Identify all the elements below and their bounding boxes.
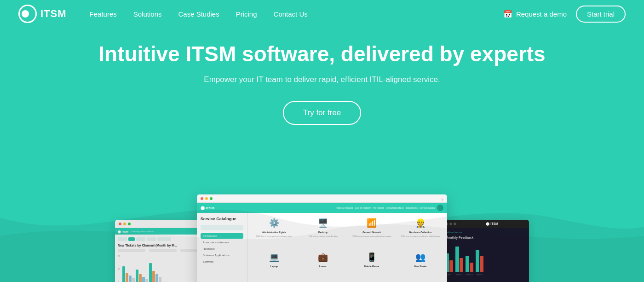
logo-text: ITSM bbox=[40, 8, 67, 20]
nav-features[interactable]: Features bbox=[90, 10, 117, 18]
hero-subtitle: Empower your IT team to deliver rapid, e… bbox=[204, 75, 440, 84]
nav-pricing[interactable]: Pricing bbox=[236, 10, 257, 18]
wave-background bbox=[0, 181, 644, 282]
nav-solutions[interactable]: Solutions bbox=[133, 10, 162, 18]
request-demo-label: Request a demo bbox=[516, 10, 567, 18]
nav-links: Features Solutions Case Studies Pricing … bbox=[90, 10, 503, 18]
try-free-button[interactable]: Try for free bbox=[283, 101, 362, 125]
hero-section: ITSM Features Solutions Case Studies Pri… bbox=[0, 0, 644, 282]
nav-contact[interactable]: Contact Us bbox=[274, 10, 308, 18]
hero-title: Intuitive ITSM software, delivered by ex… bbox=[98, 41, 545, 67]
logo-icon bbox=[18, 5, 37, 23]
logo[interactable]: ITSM bbox=[18, 5, 67, 23]
nav-actions: 📅 Request a demo Start trial bbox=[503, 6, 626, 23]
nav-case-studies[interactable]: Case Studies bbox=[178, 10, 219, 18]
request-demo-link[interactable]: 📅 Request a demo bbox=[503, 10, 567, 18]
start-trial-button[interactable]: Start trial bbox=[576, 6, 626, 23]
calendar-icon: 📅 bbox=[503, 10, 512, 18]
navbar: ITSM Features Solutions Case Studies Pri… bbox=[0, 0, 644, 28]
hero-content: Intuitive ITSM software, delivered by ex… bbox=[0, 28, 644, 143]
